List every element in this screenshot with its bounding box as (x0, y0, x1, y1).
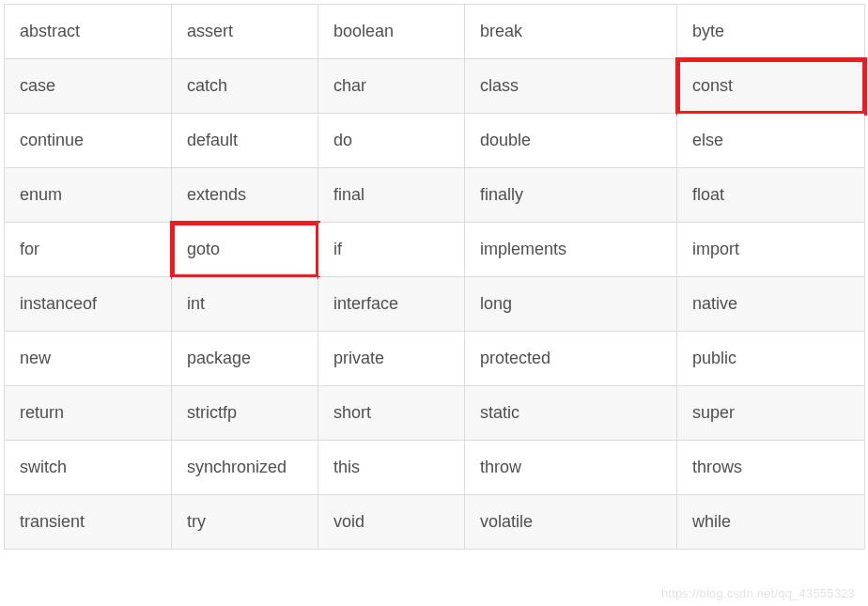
keyword-cell-highlighted: goto (172, 223, 318, 277)
keyword-cell: volatile (465, 495, 677, 550)
table-row: return strictfp short static super (5, 386, 865, 441)
keyword-cell: throws (677, 441, 865, 495)
keyword-cell: interface (318, 277, 465, 332)
keyword-cell: byte (677, 5, 865, 59)
keyword-cell: boolean (318, 5, 465, 59)
table-row: instanceof int interface long native (5, 277, 865, 332)
keyword-cell: class (465, 59, 677, 114)
keyword-cell: if (318, 223, 465, 277)
keyword-cell: do (318, 114, 465, 168)
keyword-cell: for (5, 223, 172, 277)
keyword-cell: int (172, 277, 318, 332)
table-row: for goto if implements import (5, 223, 865, 277)
keyword-cell: static (465, 386, 677, 441)
keyword-cell: try (172, 495, 318, 550)
keyword-cell: package (172, 332, 318, 386)
keyword-cell: synchronized (172, 441, 318, 495)
keyword-cell: transient (5, 495, 172, 550)
keyword-cell: implements (465, 223, 677, 277)
table-row: abstract assert boolean break byte (5, 5, 865, 59)
keyword-cell: extends (172, 168, 318, 223)
keyword-cell: continue (5, 114, 172, 168)
keyword-cell: void (318, 495, 465, 550)
keyword-cell: strictfp (172, 386, 318, 441)
keyword-cell: default (172, 114, 318, 168)
keyword-cell-highlighted: const (677, 59, 865, 114)
keyword-cell: assert (172, 5, 318, 59)
keyword-cell: this (318, 441, 465, 495)
keyword-cell: double (465, 114, 677, 168)
table-row: switch synchronized this throw throws (5, 441, 865, 495)
keyword-cell: switch (5, 441, 172, 495)
keyword-cell: native (677, 277, 865, 332)
keyword-cell: float (677, 168, 865, 223)
keyword-cell: break (465, 5, 677, 59)
keywords-table: abstract assert boolean break byte case … (4, 4, 865, 550)
keyword-cell: private (318, 332, 465, 386)
keyword-cell: enum (5, 168, 172, 223)
table-row: continue default do double else (5, 114, 865, 168)
keyword-cell: new (5, 332, 172, 386)
keyword-cell: while (677, 495, 865, 550)
keyword-cell: public (677, 332, 865, 386)
keyword-cell: throw (465, 441, 677, 495)
table-row: enum extends final finally float (5, 168, 865, 223)
keyword-cell: case (5, 59, 172, 114)
keyword-cell: protected (465, 332, 677, 386)
table-row: case catch char class const (5, 59, 865, 114)
keyword-cell: abstract (5, 5, 172, 59)
keyword-cell: super (677, 386, 865, 441)
keyword-cell: instanceof (5, 277, 172, 332)
keyword-cell: char (318, 59, 465, 114)
keyword-cell: final (318, 168, 465, 223)
keyword-cell: finally (465, 168, 677, 223)
table-row: transient try void volatile while (5, 495, 865, 550)
keyword-cell: catch (172, 59, 318, 114)
keyword-cell: long (465, 277, 677, 332)
keyword-cell: short (318, 386, 465, 441)
keyword-cell: else (677, 114, 865, 168)
table-row: new package private protected public (5, 332, 865, 386)
keyword-cell: import (677, 223, 865, 277)
keyword-cell: return (5, 386, 172, 441)
